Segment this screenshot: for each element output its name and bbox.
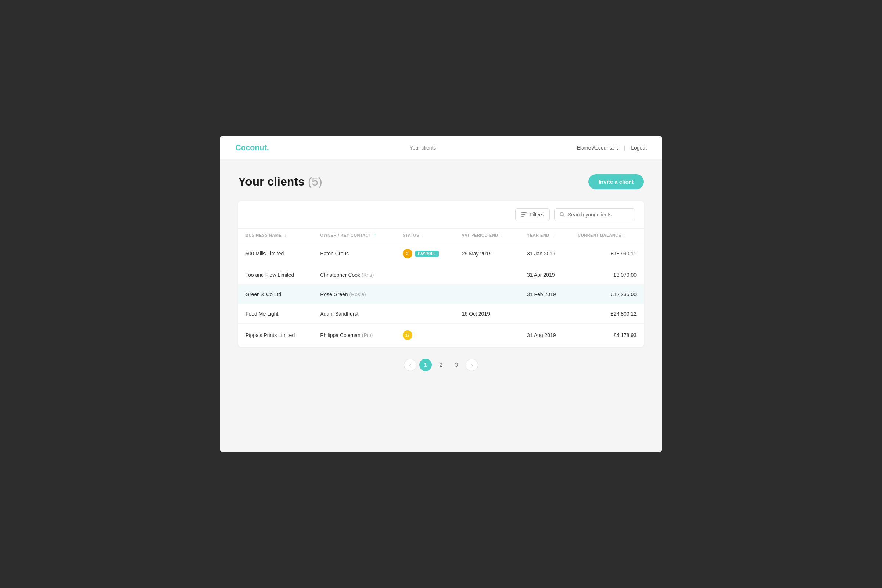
cell-business-name: Pippa's Prints Limited <box>238 324 313 347</box>
search-box[interactable] <box>554 208 635 221</box>
search-icon <box>560 212 565 217</box>
table-header: BUSINESS NAME ↓ OWNER / KEY CONTACT ↑ ST… <box>238 229 644 242</box>
filters-label: Filters <box>530 212 543 218</box>
filter-icon <box>522 212 526 217</box>
logo-dot: . <box>267 143 269 152</box>
invite-client-button[interactable]: Invite a client <box>588 174 644 189</box>
cell-vat-period <box>454 324 520 347</box>
cell-current-balance: £3,070.00 <box>570 266 644 285</box>
cell-business-name: 500 Mills Limited <box>238 242 313 266</box>
table-row[interactable]: 500 Mills LimitedEaton Crous2PAYROLL29 M… <box>238 242 644 266</box>
cell-current-balance: £18,990.11 <box>570 242 644 266</box>
svg-point-0 <box>560 212 563 216</box>
cell-year-end: 31 Feb 2019 <box>520 285 570 304</box>
nav-center-label: Your clients <box>410 145 436 151</box>
cell-vat-period <box>454 285 520 304</box>
table-row[interactable]: Too and Flow LimitedChristopher Cook (Kr… <box>238 266 644 285</box>
logout-link[interactable]: Logout <box>631 145 647 151</box>
navbar: Coconut. Your clients Elaine Accountant … <box>220 136 662 159</box>
nav-right: Elaine Accountant | Logout <box>577 145 647 151</box>
cell-year-end: 31 Aug 2019 <box>520 324 570 347</box>
table-body: 500 Mills LimitedEaton Crous2PAYROLL29 M… <box>238 242 644 347</box>
pagination-next[interactable]: › <box>466 358 478 371</box>
cell-year-end <box>520 304 570 324</box>
logo-text: Coconut <box>235 143 267 152</box>
col-status[interactable]: STATUS ↓ <box>395 229 454 242</box>
cell-status <box>395 304 454 324</box>
cell-owner: Adam Sandhurst <box>313 304 395 324</box>
nav-divider: | <box>624 145 626 151</box>
search-input[interactable] <box>568 212 630 218</box>
cell-vat-period: 16 Oct 2019 <box>454 304 520 324</box>
col-year-end[interactable]: YEAR END ↓ <box>520 229 570 242</box>
col-balance[interactable]: CURRENT BALANCE ↓ <box>570 229 644 242</box>
sort-icon-business-name: ↓ <box>285 233 286 237</box>
clients-table-card: Filters BUSINESS NAME ↓ <box>238 201 644 347</box>
cell-business-name: Too and Flow Limited <box>238 266 313 285</box>
sort-icon-status: ↓ <box>422 233 424 237</box>
table-row[interactable]: Pippa's Prints LimitedPhilippa Coleman (… <box>238 324 644 347</box>
col-business-name[interactable]: BUSINESS NAME ↓ <box>238 229 313 242</box>
pagination-page-2[interactable]: 2 <box>435 358 447 371</box>
page-header: Your clients (5) Invite a client <box>238 174 644 189</box>
client-count: (5) <box>308 175 322 188</box>
pagination-prev[interactable]: ‹ <box>404 358 416 371</box>
sort-icon-balance: ↓ <box>624 233 626 237</box>
cell-current-balance: £24,800.12 <box>570 304 644 324</box>
cell-owner: Rose Green (Rosie) <box>313 285 395 304</box>
cell-year-end: 31 Jan 2019 <box>520 242 570 266</box>
cell-current-balance: £12,235.00 <box>570 285 644 304</box>
cell-status <box>395 285 454 304</box>
page-title-text: Your clients <box>238 175 304 188</box>
payroll-badge: PAYROLL <box>415 250 439 257</box>
sort-icon-owner: ↑ <box>374 233 376 237</box>
cell-owner: Christopher Cook (Kris) <box>313 266 395 285</box>
cell-current-balance: £4,178.93 <box>570 324 644 347</box>
logo: Coconut. <box>235 143 268 153</box>
cell-business-name: Green & Co Ltd <box>238 285 313 304</box>
table-row[interactable]: Green & Co LtdRose Green (Rosie)31 Feb 2… <box>238 285 644 304</box>
cell-owner: Eaton Crous <box>313 242 395 266</box>
col-owner[interactable]: OWNER / KEY CONTACT ↑ <box>313 229 395 242</box>
cell-business-name: Feed Me Light <box>238 304 313 324</box>
cell-status: 2PAYROLL <box>395 242 454 266</box>
sort-icon-vat: ↓ <box>501 233 503 237</box>
cell-owner: Philippa Coleman (Pip) <box>313 324 395 347</box>
pagination-page-1[interactable]: 1 <box>419 358 432 371</box>
pagination: ‹ 1 2 3 › <box>238 347 644 380</box>
status-badge: 17 <box>403 330 412 340</box>
filters-button[interactable]: Filters <box>515 208 550 221</box>
table-row[interactable]: Feed Me LightAdam Sandhurst16 Oct 2019£2… <box>238 304 644 324</box>
cell-vat-period: 29 May 2019 <box>454 242 520 266</box>
main-content: Your clients (5) Invite a client Filters <box>220 159 662 395</box>
sort-icon-year-end: ↓ <box>552 233 554 237</box>
page-title: Your clients (5) <box>238 175 322 189</box>
clients-table: BUSINESS NAME ↓ OWNER / KEY CONTACT ↑ ST… <box>238 229 644 347</box>
cell-status: 17 <box>395 324 454 347</box>
cell-status <box>395 266 454 285</box>
status-badge: 2 <box>403 249 412 258</box>
user-name: Elaine Accountant <box>577 145 618 151</box>
table-toolbar: Filters <box>238 201 644 229</box>
cell-year-end: 31 Apr 2019 <box>520 266 570 285</box>
cell-vat-period <box>454 266 520 285</box>
pagination-page-3[interactable]: 3 <box>450 358 463 371</box>
svg-line-1 <box>563 215 564 217</box>
col-vat-period[interactable]: VAT PERIOD END ↓ <box>454 229 520 242</box>
